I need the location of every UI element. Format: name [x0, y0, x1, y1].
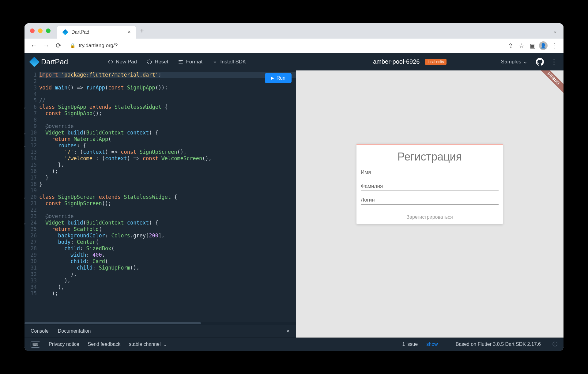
- documentation-tab[interactable]: Documentation: [58, 328, 91, 334]
- run-label: Run: [277, 75, 285, 81]
- download-icon: [212, 59, 218, 65]
- info-icon[interactable]: ⓘ: [552, 341, 557, 348]
- address-bar: ← → ⟳ 🔒 try.dartlang.org/? ⇪ ☆ ▣ 👤 ⋮: [24, 39, 564, 53]
- dartpad-header: DartPad New Pad Reset Format Install SDK…: [24, 53, 564, 70]
- line-gutter: 12345▾6789▾1011▾1213141516171819▾2021222…: [24, 70, 39, 322]
- main-split: Run 12345▾6789▾1011▾1213141516171819▾202…: [24, 70, 564, 338]
- lock-icon: 🔒: [70, 43, 76, 48]
- signup-card: Регистрация Имя Фамилия Логин Зарегистри…: [356, 144, 503, 224]
- reset-label: Reset: [155, 59, 168, 65]
- tab-close-icon[interactable]: ×: [127, 29, 131, 35]
- url-text: try.dartlang.org/?: [79, 43, 118, 49]
- bookmark-icon[interactable]: ☆: [517, 42, 526, 49]
- channel-label: stable channel: [129, 342, 160, 347]
- share-icon[interactable]: ⇪: [506, 42, 515, 49]
- horizontal-scrollbar[interactable]: [24, 322, 296, 325]
- samples-label: Samples: [501, 59, 521, 65]
- preview-pane: DEBUG Регистрация Имя Фамилия Логин Заре…: [296, 70, 564, 338]
- url-field[interactable]: 🔒 try.dartlang.org/?: [66, 43, 504, 49]
- sdk-version: Based on Flutter 3.0.5 Dart SDK 2.17.6: [456, 342, 541, 347]
- first-name-label: Имя: [361, 169, 371, 175]
- console-panel-header: Console Documentation ×: [24, 325, 296, 338]
- more-menu-icon[interactable]: ⋮: [551, 58, 557, 66]
- browser-window: DartPad × + ⌄ ← → ⟳ 🔒 try.dartlang.org/?…: [24, 23, 564, 351]
- console-tab[interactable]: Console: [31, 328, 49, 334]
- format-button[interactable]: Format: [174, 57, 206, 67]
- reset-button[interactable]: Reset: [143, 57, 172, 67]
- pad-name[interactable]: amber-pool-6926: [373, 58, 420, 65]
- reload-button[interactable]: ⟳: [53, 42, 64, 50]
- scrollbar-thumb[interactable]: [24, 322, 201, 324]
- login-label: Логин: [361, 197, 375, 203]
- show-issues-link[interactable]: show: [426, 342, 438, 347]
- code-icon: [108, 59, 113, 65]
- keyboard-icon[interactable]: ⌨: [31, 341, 40, 348]
- channel-select[interactable]: stable channel ⌄: [129, 342, 167, 347]
- privacy-link[interactable]: Privacy notice: [49, 342, 79, 347]
- format-label: Format: [186, 59, 202, 65]
- back-button[interactable]: ←: [29, 42, 39, 50]
- local-edits-badge: local edits: [425, 59, 446, 65]
- code-editor[interactable]: 12345▾6789▾1011▾1213141516171819▾2021222…: [24, 70, 296, 322]
- new-pad-label: New Pad: [116, 59, 137, 65]
- new-tab-button[interactable]: +: [140, 27, 144, 35]
- dartpad-logo-text: DartPad: [41, 58, 68, 66]
- github-icon[interactable]: [536, 58, 544, 66]
- chevron-down-icon: ⌄: [523, 59, 527, 65]
- submit-button[interactable]: Зарегистрироваться: [356, 211, 503, 224]
- card-title: Регистрация: [356, 145, 503, 166]
- browser-tab[interactable]: DartPad ×: [57, 26, 136, 39]
- code-content[interactable]: import 'package:flutter/material.dart'; …: [39, 70, 296, 322]
- install-sdk-label: Install SDK: [220, 59, 246, 65]
- last-name-label: Фамилия: [361, 183, 383, 189]
- feedback-link[interactable]: Send feedback: [88, 342, 121, 347]
- traffic-minimize[interactable]: [38, 28, 43, 33]
- title-bar: DartPad × + ⌄: [24, 23, 564, 39]
- run-button[interactable]: Run: [265, 73, 292, 83]
- dart-logo-icon: [29, 57, 40, 67]
- new-pad-button[interactable]: New Pad: [104, 57, 141, 67]
- traffic-maximize[interactable]: [46, 28, 51, 33]
- format-icon: [178, 59, 183, 65]
- chevron-down-icon: ⌄: [163, 342, 167, 347]
- dart-favicon: [62, 29, 68, 35]
- profile-avatar[interactable]: 👤: [539, 41, 548, 50]
- browser-menu-icon[interactable]: ⋮: [550, 42, 559, 49]
- editor-pane: Run 12345▾6789▾1011▾1213141516171819▾202…: [24, 70, 296, 338]
- traffic-lights: [30, 28, 51, 33]
- traffic-close[interactable]: [30, 28, 35, 33]
- first-name-field[interactable]: Имя: [361, 169, 499, 177]
- debug-banner: DEBUG: [538, 70, 564, 94]
- samples-menu[interactable]: Samples ⌄: [501, 59, 527, 65]
- login-field[interactable]: Логин: [361, 197, 499, 205]
- forward-button[interactable]: →: [41, 42, 51, 50]
- install-sdk-button[interactable]: Install SDK: [209, 57, 250, 67]
- tab-title: DartPad: [71, 29, 124, 35]
- last-name-field[interactable]: Фамилия: [361, 183, 499, 191]
- dartpad-logo[interactable]: DartPad: [31, 58, 68, 66]
- refresh-icon: [147, 59, 152, 65]
- issue-count: 1 issue: [402, 342, 418, 347]
- tabs-overflow-icon[interactable]: ⌄: [553, 28, 557, 34]
- close-panel-icon[interactable]: ×: [286, 328, 290, 335]
- panel-icon[interactable]: ▣: [528, 42, 537, 49]
- footer: ⌨ Privacy notice Send feedback stable ch…: [24, 338, 564, 351]
